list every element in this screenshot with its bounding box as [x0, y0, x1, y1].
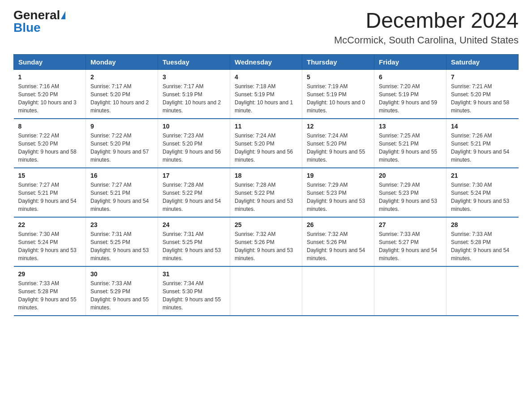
day-number: 2: [90, 73, 153, 81]
day-number: 4: [235, 73, 297, 81]
calendar-week-row: 22 Sunrise: 7:30 AM Sunset: 5:24 PM Dayl…: [14, 217, 519, 266]
day-info: Sunrise: 7:18 AM Sunset: 5:19 PM Dayligh…: [235, 82, 297, 115]
day-number: 15: [18, 172, 82, 179]
day-info: Sunrise: 7:16 AM Sunset: 5:20 PM Dayligh…: [18, 82, 82, 115]
calendar-cell: 24 Sunrise: 7:31 AM Sunset: 5:25 PM Dayl…: [158, 217, 230, 266]
calendar-cell: 2 Sunrise: 7:17 AM Sunset: 5:20 PM Dayli…: [86, 69, 158, 119]
calendar-cell: 28 Sunrise: 7:33 AM Sunset: 5:28 PM Dayl…: [446, 217, 519, 266]
weekday-header-monday: Monday: [86, 54, 158, 69]
calendar-cell: 19 Sunrise: 7:29 AM Sunset: 5:23 PM Dayl…: [302, 168, 374, 217]
day-info: Sunrise: 7:30 AM Sunset: 5:24 PM Dayligh…: [18, 230, 82, 262]
day-info: Sunrise: 7:33 AM Sunset: 5:28 PM Dayligh…: [18, 279, 82, 312]
day-number: 17: [163, 172, 225, 179]
calendar-cell: 10 Sunrise: 7:23 AM Sunset: 5:20 PM Dayl…: [158, 119, 230, 168]
calendar-cell: [374, 266, 446, 316]
day-number: 16: [90, 172, 153, 179]
day-info: Sunrise: 7:33 AM Sunset: 5:27 PM Dayligh…: [379, 230, 442, 262]
calendar-cell: 14 Sunrise: 7:26 AM Sunset: 5:21 PM Dayl…: [446, 119, 519, 168]
day-info: Sunrise: 7:29 AM Sunset: 5:23 PM Dayligh…: [379, 181, 442, 213]
logo: General Blue: [13, 9, 65, 34]
day-info: Sunrise: 7:28 AM Sunset: 5:22 PM Dayligh…: [235, 181, 297, 213]
calendar-cell: 15 Sunrise: 7:27 AM Sunset: 5:21 PM Dayl…: [14, 168, 86, 217]
calendar-cell: 3 Sunrise: 7:17 AM Sunset: 5:19 PM Dayli…: [158, 69, 230, 119]
calendar-cell: 9 Sunrise: 7:22 AM Sunset: 5:20 PM Dayli…: [86, 119, 158, 168]
calendar-cell: 16 Sunrise: 7:27 AM Sunset: 5:21 PM Dayl…: [86, 168, 158, 217]
calendar-cell: 8 Sunrise: 7:22 AM Sunset: 5:20 PM Dayli…: [14, 119, 86, 168]
calendar-cell: 21 Sunrise: 7:30 AM Sunset: 5:24 PM Dayl…: [446, 168, 519, 217]
calendar-cell: 12 Sunrise: 7:24 AM Sunset: 5:20 PM Dayl…: [302, 119, 374, 168]
day-number: 23: [90, 221, 153, 228]
day-number: 18: [235, 172, 297, 179]
day-info: Sunrise: 7:17 AM Sunset: 5:20 PM Dayligh…: [90, 82, 153, 115]
calendar-cell: 27 Sunrise: 7:33 AM Sunset: 5:27 PM Dayl…: [374, 217, 446, 266]
day-info: Sunrise: 7:24 AM Sunset: 5:20 PM Dayligh…: [307, 132, 369, 164]
day-number: 22: [18, 221, 82, 228]
location-title: McCormick, South Carolina, United States: [334, 34, 519, 46]
calendar-cell: 29 Sunrise: 7:33 AM Sunset: 5:28 PM Dayl…: [14, 266, 86, 316]
day-info: Sunrise: 7:34 AM Sunset: 5:30 PM Dayligh…: [163, 279, 225, 312]
day-number: 14: [451, 123, 514, 130]
day-info: Sunrise: 7:24 AM Sunset: 5:20 PM Dayligh…: [235, 132, 297, 164]
calendar-cell: 22 Sunrise: 7:30 AM Sunset: 5:24 PM Dayl…: [14, 217, 86, 266]
day-info: Sunrise: 7:17 AM Sunset: 5:19 PM Dayligh…: [163, 82, 225, 115]
logo-arrow-icon: [61, 11, 65, 19]
calendar-week-row: 8 Sunrise: 7:22 AM Sunset: 5:20 PM Dayli…: [14, 119, 519, 168]
day-number: 12: [307, 123, 369, 130]
calendar-cell: 31 Sunrise: 7:34 AM Sunset: 5:30 PM Dayl…: [158, 266, 230, 316]
calendar-cell: 4 Sunrise: 7:18 AM Sunset: 5:19 PM Dayli…: [230, 69, 302, 119]
calendar-cell: [446, 266, 519, 316]
calendar-cell: 6 Sunrise: 7:20 AM Sunset: 5:19 PM Dayli…: [374, 69, 446, 119]
day-info: Sunrise: 7:31 AM Sunset: 5:25 PM Dayligh…: [90, 230, 153, 262]
calendar-body: 1 Sunrise: 7:16 AM Sunset: 5:20 PM Dayli…: [14, 69, 519, 316]
day-number: 21: [451, 172, 514, 179]
weekday-header-tuesday: Tuesday: [158, 54, 230, 69]
calendar-cell: 5 Sunrise: 7:19 AM Sunset: 5:19 PM Dayli…: [302, 69, 374, 119]
day-info: Sunrise: 7:19 AM Sunset: 5:19 PM Dayligh…: [307, 82, 369, 115]
day-number: 3: [163, 73, 225, 81]
logo-general-text: General: [13, 9, 60, 21]
calendar-cell: 11 Sunrise: 7:24 AM Sunset: 5:20 PM Dayl…: [230, 119, 302, 168]
day-number: 30: [90, 270, 153, 278]
day-number: 1: [18, 73, 82, 81]
calendar-cell: 23 Sunrise: 7:31 AM Sunset: 5:25 PM Dayl…: [86, 217, 158, 266]
weekday-header-row: SundayMondayTuesdayWednesdayThursdayFrid…: [14, 54, 519, 69]
day-info: Sunrise: 7:27 AM Sunset: 5:21 PM Dayligh…: [18, 181, 82, 213]
day-number: 8: [18, 123, 82, 130]
calendar-week-row: 1 Sunrise: 7:16 AM Sunset: 5:20 PM Dayli…: [14, 69, 519, 119]
calendar-cell: 30 Sunrise: 7:33 AM Sunset: 5:29 PM Dayl…: [86, 266, 158, 316]
calendar-table: SundayMondayTuesdayWednesdayThursdayFrid…: [13, 54, 519, 316]
calendar-cell: 1 Sunrise: 7:16 AM Sunset: 5:20 PM Dayli…: [14, 69, 86, 119]
day-number: 11: [235, 123, 297, 130]
logo-blue-text: Blue: [13, 21, 41, 34]
calendar-cell: 20 Sunrise: 7:29 AM Sunset: 5:23 PM Dayl…: [374, 168, 446, 217]
calendar-cell: [230, 266, 302, 316]
day-number: 25: [235, 221, 297, 228]
day-info: Sunrise: 7:27 AM Sunset: 5:21 PM Dayligh…: [90, 181, 153, 213]
day-info: Sunrise: 7:33 AM Sunset: 5:29 PM Dayligh…: [90, 279, 153, 312]
day-number: 10: [163, 123, 225, 130]
weekday-header-saturday: Saturday: [446, 54, 519, 69]
day-info: Sunrise: 7:31 AM Sunset: 5:25 PM Dayligh…: [163, 230, 225, 262]
month-title: December 2024: [334, 9, 519, 33]
day-info: Sunrise: 7:30 AM Sunset: 5:24 PM Dayligh…: [451, 181, 514, 213]
day-number: 6: [379, 73, 442, 81]
weekday-header-sunday: Sunday: [14, 54, 86, 69]
weekday-header-thursday: Thursday: [302, 54, 374, 69]
day-number: 20: [379, 172, 442, 179]
day-info: Sunrise: 7:23 AM Sunset: 5:20 PM Dayligh…: [163, 132, 225, 164]
calendar-cell: 18 Sunrise: 7:28 AM Sunset: 5:22 PM Dayl…: [230, 168, 302, 217]
day-number: 9: [90, 123, 153, 130]
day-info: Sunrise: 7:25 AM Sunset: 5:21 PM Dayligh…: [379, 132, 442, 164]
day-info: Sunrise: 7:32 AM Sunset: 5:26 PM Dayligh…: [235, 230, 297, 262]
day-number: 31: [163, 270, 225, 278]
calendar-cell: 7 Sunrise: 7:21 AM Sunset: 5:20 PM Dayli…: [446, 69, 519, 119]
day-info: Sunrise: 7:29 AM Sunset: 5:23 PM Dayligh…: [307, 181, 369, 213]
calendar-week-row: 15 Sunrise: 7:27 AM Sunset: 5:21 PM Dayl…: [14, 168, 519, 217]
calendar-cell: 13 Sunrise: 7:25 AM Sunset: 5:21 PM Dayl…: [374, 119, 446, 168]
title-area: December 2024 McCormick, South Carolina,…: [334, 9, 519, 46]
calendar-cell: 17 Sunrise: 7:28 AM Sunset: 5:22 PM Dayl…: [158, 168, 230, 217]
day-info: Sunrise: 7:22 AM Sunset: 5:20 PM Dayligh…: [18, 132, 82, 164]
day-number: 27: [379, 221, 442, 228]
calendar-cell: [302, 266, 374, 316]
day-info: Sunrise: 7:26 AM Sunset: 5:21 PM Dayligh…: [451, 132, 514, 164]
